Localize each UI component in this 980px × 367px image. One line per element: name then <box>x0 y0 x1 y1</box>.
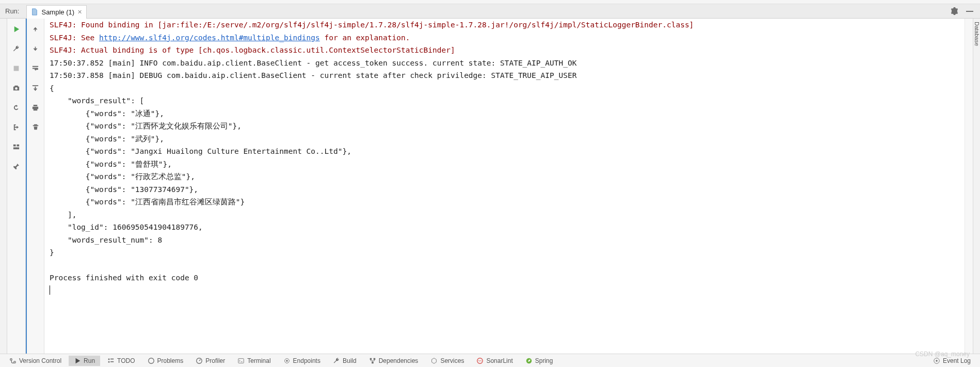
json-open: { <box>50 84 54 92</box>
event-log-label: Event Log <box>943 357 971 364</box>
terminal-tool[interactable]: Terminal <box>232 356 276 366</box>
svg-rect-5 <box>108 358 110 360</box>
svg-point-20 <box>936 360 938 362</box>
svg-rect-14 <box>369 358 372 360</box>
exit-icon[interactable] <box>11 122 22 132</box>
dependencies-tool[interactable]: Dependencies <box>364 356 424 366</box>
process-finished-line: Process finished with exit code 0 <box>50 274 198 282</box>
stop-icon[interactable] <box>11 63 22 73</box>
json-word-5: {"words": "曾舒琪"}, <box>50 160 172 168</box>
run-tool[interactable]: Run <box>69 356 100 366</box>
svg-rect-7 <box>108 361 110 362</box>
endpoints-icon <box>283 357 291 364</box>
svg-rect-11 <box>238 358 244 363</box>
event-log-tool[interactable]: Event Log <box>928 356 976 366</box>
sonarlint-tool[interactable]: SonarLint <box>471 356 518 366</box>
json-words-result-close: ], <box>50 211 76 219</box>
scroll-to-end-icon[interactable] <box>30 83 41 93</box>
slf4j-line-2-prefix: SLF4J: See <box>50 34 99 42</box>
json-word-3: {"words": "武列"}, <box>50 135 164 143</box>
minimize-panel-icon[interactable] <box>965 6 975 17</box>
camera-icon[interactable] <box>11 83 22 93</box>
json-word-2: {"words": "江西怀龙文化娱乐有限公司"}, <box>50 122 242 130</box>
run-action-gutter-2 <box>26 19 44 354</box>
tab-label: Sample (1) <box>41 8 74 16</box>
terminal-label: Terminal <box>247 357 270 364</box>
json-log-id: "log_id": 1606950541904189776, <box>50 223 203 231</box>
close-tab-icon[interactable]: ✕ <box>77 9 82 15</box>
json-close: } <box>50 248 54 257</box>
pin-icon[interactable] <box>11 161 22 171</box>
slf4j-line-3: SLF4J: Actual binding is of type [ch.qos… <box>50 46 455 54</box>
svg-rect-16 <box>372 361 374 363</box>
left-tool-sidebar[interactable] <box>0 19 7 354</box>
build-tool[interactable]: Build <box>328 356 362 366</box>
svg-point-1 <box>15 87 18 90</box>
bottom-tool-bar: Version Control Run TODO Problems Profil… <box>0 354 980 367</box>
database-tool-label[interactable]: Database <box>974 22 980 46</box>
svg-rect-2 <box>13 144 16 146</box>
svg-point-9 <box>148 358 154 363</box>
slf4j-line-1: SLF4J: Found binding in [jar:file:/E:/se… <box>50 21 694 29</box>
services-tool[interactable]: Services <box>425 356 469 366</box>
file-icon <box>31 8 38 15</box>
json-word-7: {"words": "13077374697"}, <box>50 185 198 194</box>
json-word-1: {"words": "冰通"}, <box>50 109 164 118</box>
spring-icon <box>525 357 533 364</box>
svg-point-13 <box>286 360 288 362</box>
todo-label: TODO <box>117 357 135 364</box>
vcs-label: Version Control <box>19 357 61 364</box>
text-cursor <box>50 285 50 295</box>
run-icon[interactable] <box>11 24 22 34</box>
run-play-icon <box>74 357 81 364</box>
profiler-icon <box>196 357 203 364</box>
dependencies-icon <box>369 357 376 364</box>
console-output[interactable]: SLF4J: Found binding in [jar:file:/E:/se… <box>44 19 965 354</box>
down-arrow-icon[interactable] <box>30 43 41 54</box>
json-words-num: "words_result_num": 8 <box>50 236 162 244</box>
right-tool-sidebar[interactable]: Database <box>973 19 980 354</box>
run-tab-sample[interactable]: Sample (1) ✕ <box>26 5 87 19</box>
profiler-tool[interactable]: Profiler <box>190 356 230 366</box>
services-icon <box>430 357 438 364</box>
vcs-icon <box>9 357 17 364</box>
slf4j-link[interactable]: http://www.slf4j.org/codes.html#multiple… <box>99 34 320 42</box>
top-cutoff-area <box>0 0 980 4</box>
sonarlint-label: SonarLint <box>486 357 512 364</box>
event-log-icon <box>933 357 940 364</box>
up-arrow-icon[interactable] <box>30 24 41 34</box>
print-icon[interactable] <box>30 102 41 113</box>
todo-icon <box>107 357 115 364</box>
build-label: Build <box>343 357 357 364</box>
run-action-gutter <box>7 19 26 354</box>
spring-tool[interactable]: Spring <box>520 356 558 366</box>
svg-rect-15 <box>373 358 375 360</box>
refresh-icon[interactable] <box>11 102 22 113</box>
todo-tool[interactable]: TODO <box>102 356 140 366</box>
json-word-6: {"words": "行政艺术总监"}, <box>50 172 195 181</box>
run-label: Run: <box>5 7 26 15</box>
svg-rect-0 <box>14 66 19 71</box>
endpoints-label: Endpoints <box>293 357 320 364</box>
svg-rect-6 <box>110 358 114 359</box>
run-tool-label: Run <box>84 357 95 364</box>
problems-tool[interactable]: Problems <box>142 356 189 366</box>
soft-wrap-icon[interactable] <box>30 63 41 73</box>
profiler-label: Profiler <box>205 357 225 364</box>
trash-icon[interactable] <box>30 122 41 132</box>
version-control-tool[interactable]: Version Control <box>4 356 67 366</box>
vertical-scrollbar[interactable] <box>965 19 973 354</box>
settings-gear-icon[interactable] <box>949 6 959 17</box>
json-words-result-open: "words_result": [ <box>50 97 144 105</box>
log-info-line: 17:50:37.852 [main] INFO com.baidu.aip.c… <box>50 59 576 67</box>
wrench-icon[interactable] <box>11 43 22 54</box>
layout-icon[interactable] <box>11 141 22 152</box>
spring-label: Spring <box>535 357 553 364</box>
sonarlint-icon <box>476 357 484 364</box>
endpoints-tool[interactable]: Endpoints <box>278 356 326 366</box>
svg-rect-3 <box>17 144 19 146</box>
svg-rect-4 <box>13 147 19 149</box>
build-icon <box>333 357 340 364</box>
slf4j-line-2-suffix: for an explanation. <box>320 34 410 42</box>
svg-rect-8 <box>110 361 114 362</box>
